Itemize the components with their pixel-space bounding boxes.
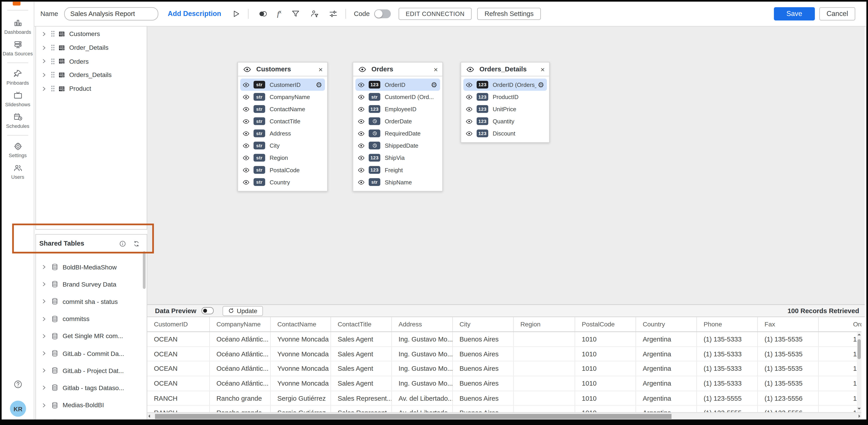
edit-connection-button[interactable]: EDIT CONNECTION: [398, 8, 472, 20]
eye-icon[interactable]: [466, 93, 473, 100]
gear-icon[interactable]: ⚙: [431, 81, 437, 88]
join-tables-icon[interactable]: [258, 9, 267, 18]
field-row-freight[interactable]: 123Freight: [355, 164, 440, 176]
drag-handle-icon[interactable]: [51, 44, 55, 51]
help-icon[interactable]: [13, 380, 23, 389]
code-toggle[interactable]: [374, 9, 391, 18]
eye-icon[interactable]: [358, 154, 365, 161]
close-icon[interactable]: ×: [434, 65, 438, 73]
vertical-scroll-thumb[interactable]: [858, 339, 861, 359]
shared-table-item-mediasstats-boldbi[interactable]: MediasStats-BoldBI: [36, 414, 147, 419]
close-icon[interactable]: ×: [540, 65, 545, 73]
shared-table-item-brand-survey-data[interactable]: Brand Survey Data: [36, 276, 147, 293]
eye-icon[interactable]: [358, 81, 365, 88]
field-row-customerid-ord[interactable]: strCustomerID (Ord...: [355, 91, 440, 103]
eye-icon[interactable]: [242, 179, 250, 186]
eye-icon[interactable]: [242, 118, 250, 125]
refresh-settings-button[interactable]: Refresh Settings: [477, 8, 541, 20]
name-input[interactable]: [64, 7, 158, 21]
eye-icon[interactable]: [358, 179, 365, 186]
shared-table-item-boldbi-mediashow[interactable]: BoldBI-MediaShow: [36, 259, 147, 276]
field-row-address[interactable]: strAddress: [240, 127, 325, 139]
chevron-right-icon[interactable]: [41, 72, 46, 78]
filter-icon[interactable]: [291, 9, 300, 18]
scroll-up-icon[interactable]: [858, 334, 861, 335]
column-header-postalcode[interactable]: PostalCode: [575, 317, 636, 332]
eye-icon[interactable]: [242, 154, 250, 161]
gear-icon[interactable]: ⚙: [538, 81, 544, 88]
field-row-contactname[interactable]: strContactName: [240, 103, 325, 115]
horizontal-scrollbar[interactable]: [147, 412, 861, 419]
field-row-quantity[interactable]: 123Quantity: [463, 115, 547, 127]
scroll-left-icon[interactable]: [148, 415, 150, 418]
column-header-country[interactable]: Country: [636, 317, 697, 332]
table-tree-item-orders[interactable]: Orders: [36, 55, 147, 68]
sidebar-item-dashboards[interactable]: Dashboards: [2, 18, 34, 35]
eye-icon[interactable]: [358, 142, 365, 149]
column-header-companyname[interactable]: CompanyName: [210, 317, 271, 332]
save-button[interactable]: Save: [774, 7, 815, 21]
eye-icon[interactable]: [358, 118, 365, 125]
field-row-contacttitle[interactable]: strContactTitle: [240, 115, 325, 127]
field-row-orderid[interactable]: 123OrderID⚙: [355, 79, 440, 91]
user-filter-icon[interactable]: [310, 9, 319, 18]
info-icon[interactable]: [119, 240, 126, 247]
sidebar-item-settings[interactable]: Settings: [2, 142, 34, 158]
eye-icon[interactable]: [358, 93, 365, 100]
shared-table-item-gitlab-commit-da[interactable]: GitLab - Commit Da...: [36, 345, 147, 362]
eye-icon[interactable]: [466, 118, 473, 125]
shared-table-item-commitss[interactable]: commitss: [36, 310, 147, 328]
eye-icon[interactable]: [242, 130, 250, 137]
table-tree-item-customers[interactable]: Customers: [36, 27, 147, 41]
field-row-discount[interactable]: 123Discount: [463, 127, 547, 139]
drag-handle-icon[interactable]: [51, 58, 55, 64]
horizontal-scroll-thumb[interactable]: [155, 414, 672, 419]
drag-handle-icon[interactable]: [51, 85, 55, 92]
column-header-region[interactable]: Region: [514, 317, 575, 332]
chevron-right-icon[interactable]: [41, 265, 46, 269]
shared-table-item-gitlab-tags-dataso[interactable]: Gitlab - tags Dataso...: [36, 379, 147, 397]
eye-icon[interactable]: [466, 105, 473, 113]
chevron-right-icon[interactable]: [41, 385, 46, 390]
field-row-orderid-orders-de[interactable]: 123OrderID (Orders_De...⚙: [463, 79, 547, 91]
eye-icon[interactable]: [242, 105, 250, 113]
chevron-right-icon[interactable]: [41, 86, 46, 91]
eye-icon[interactable]: [466, 81, 473, 88]
field-row-customerid[interactable]: strCustomerID⚙: [240, 79, 325, 91]
column-header-orderid[interactable]: OrderID: [819, 317, 861, 332]
shared-table-item-commit-sha-status[interactable]: commit sha - status: [36, 293, 147, 310]
eye-icon[interactable]: [466, 65, 474, 73]
sidebar-item-slideshows[interactable]: Slideshows: [2, 91, 34, 108]
column-header-address[interactable]: Address: [392, 317, 453, 332]
chevron-right-icon[interactable]: [41, 351, 46, 356]
vertical-scrollbar[interactable]: [857, 332, 862, 412]
eye-icon[interactable]: [358, 65, 367, 73]
chevron-right-icon[interactable]: [41, 299, 46, 304]
field-row-unitprice[interactable]: 123UnitPrice: [463, 103, 547, 115]
chevron-right-icon[interactable]: [41, 403, 46, 408]
field-row-city[interactable]: strCity: [240, 139, 325, 151]
avatar[interactable]: KR: [10, 401, 26, 417]
eye-icon[interactable]: [242, 81, 250, 88]
eye-icon[interactable]: [358, 105, 365, 113]
eye-icon[interactable]: [242, 142, 250, 149]
column-header-phone[interactable]: Phone: [697, 317, 758, 332]
field-row-region[interactable]: strRegion: [240, 152, 325, 164]
chevron-right-icon[interactable]: [41, 59, 46, 64]
table-tree-item-orders-details[interactable]: Orders_Details: [36, 68, 147, 82]
eye-icon[interactable]: [358, 166, 365, 174]
field-row-orderdate[interactable]: OrderDate: [355, 115, 440, 127]
eye-icon[interactable]: [242, 166, 250, 174]
eye-icon[interactable]: [466, 130, 473, 137]
table-tree-item-product[interactable]: Product: [36, 82, 147, 95]
sidebar-item-data-sources[interactable]: Data Sources: [2, 40, 34, 57]
run-query-icon[interactable]: [231, 9, 240, 18]
field-row-employeeid[interactable]: 123EmployeeID: [355, 103, 440, 115]
chevron-right-icon[interactable]: [41, 282, 46, 287]
chevron-right-icon[interactable]: [41, 316, 46, 321]
eye-icon[interactable]: [358, 130, 365, 137]
close-icon[interactable]: ×: [318, 65, 323, 73]
column-header-fax[interactable]: Fax: [758, 317, 819, 332]
drag-handle-icon[interactable]: [51, 31, 55, 37]
expression-fx-icon[interactable]: fx: [277, 9, 281, 18]
